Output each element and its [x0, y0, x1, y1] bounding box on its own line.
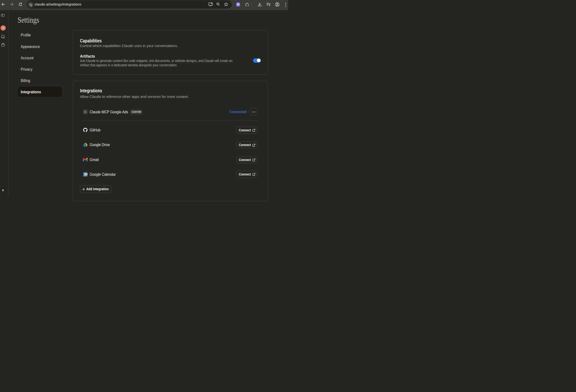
svg-text:31: 31 — [84, 173, 86, 175]
